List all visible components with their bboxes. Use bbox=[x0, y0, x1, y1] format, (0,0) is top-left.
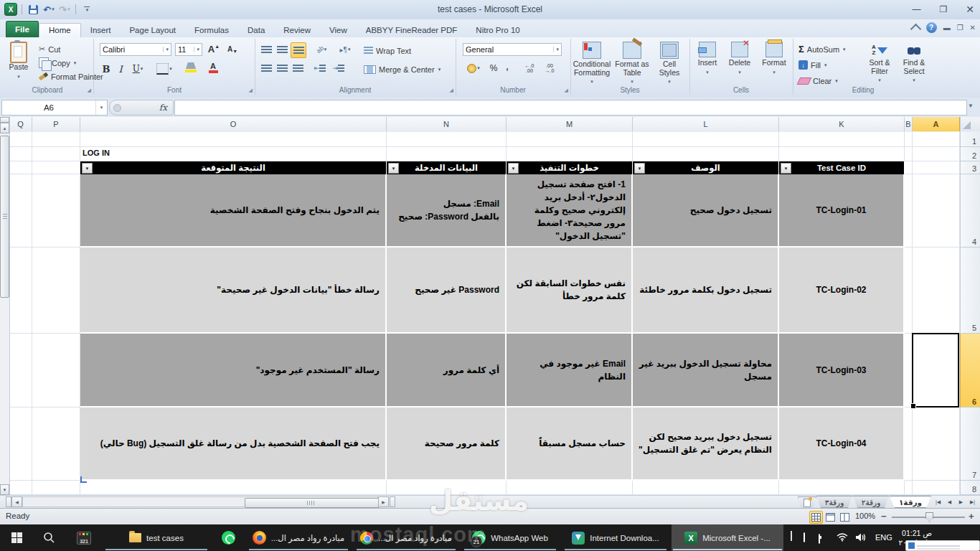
vertical-scroll-thumb[interactable] bbox=[0, 136, 9, 298]
insert-cells-button[interactable]: Insert▾ bbox=[692, 42, 722, 76]
table-cell-desc[interactable]: محاولة تسجيل الدخول ببريد غير مسجل bbox=[633, 334, 779, 408]
align-bottom-button[interactable] bbox=[291, 42, 306, 58]
table-cell-expected[interactable]: يجب فتح الصفحة الشخصية بدل من رسالة غلق … bbox=[80, 408, 387, 481]
workbook-minimize-icon[interactable]: ▬ bbox=[943, 24, 951, 32]
conditional-formatting-button[interactable]: Conditional Formatting▾ bbox=[572, 42, 612, 86]
formula-input[interactable] bbox=[174, 100, 967, 116]
table-corner-handle[interactable] bbox=[80, 476, 87, 483]
cell[interactable] bbox=[507, 147, 633, 161]
start-button[interactable] bbox=[0, 524, 33, 551]
cell[interactable] bbox=[9, 334, 32, 408]
cell[interactable] bbox=[779, 147, 905, 161]
clear-button[interactable]: Clear▾ bbox=[798, 75, 838, 87]
explorer-button[interactable]: test cases bbox=[102, 524, 211, 551]
tray-chevron-icon[interactable] bbox=[791, 532, 792, 541]
cell[interactable] bbox=[905, 408, 913, 481]
tab-formulas[interactable]: Formulas bbox=[185, 24, 238, 37]
cell[interactable] bbox=[905, 481, 913, 495]
next-sheet-icon[interactable]: ▶ bbox=[956, 497, 966, 507]
cell[interactable] bbox=[80, 132, 387, 147]
find-select-button[interactable]: Find & Select▾ bbox=[897, 42, 930, 85]
table-cell-steps[interactable]: حساب مسجل مسبقاً bbox=[507, 408, 633, 481]
table-cell-input[interactable]: أي كلمة مرور bbox=[387, 334, 507, 408]
column-header-M[interactable]: M bbox=[507, 117, 633, 131]
cell[interactable] bbox=[9, 248, 32, 334]
cell[interactable] bbox=[913, 408, 960, 481]
align-top-button[interactable] bbox=[259, 42, 273, 57]
cell[interactable] bbox=[905, 147, 913, 161]
cell[interactable] bbox=[387, 147, 507, 161]
restore-icon[interactable]: ❐ bbox=[940, 4, 948, 14]
cell[interactable] bbox=[507, 132, 633, 147]
table-cell-input[interactable]: Password غير صحيح bbox=[387, 248, 507, 334]
cell-styles-button[interactable]: Cell Styles▾ bbox=[652, 42, 687, 86]
cell[interactable] bbox=[913, 132, 960, 147]
row-header-4[interactable]: 4 bbox=[960, 174, 980, 248]
borders-button[interactable]: ▾ bbox=[154, 62, 174, 76]
tab-review[interactable]: Review bbox=[274, 24, 320, 37]
row-header-3[interactable]: 3 bbox=[960, 161, 980, 174]
sheet-tab-1-active[interactable]: ورقة١ bbox=[890, 496, 931, 508]
dialog-launcher-icon[interactable]: ◢ bbox=[88, 88, 91, 93]
accounting-format-button[interactable]: ▾ bbox=[463, 61, 484, 75]
previous-sheet-icon[interactable]: ◀ bbox=[944, 497, 955, 507]
cell[interactable] bbox=[80, 481, 387, 495]
page-layout-view-button[interactable] bbox=[824, 511, 837, 524]
table-cell-expected[interactable]: رسالة خطأ "بيانات الدخول غير صحيحة" bbox=[80, 248, 387, 334]
cell[interactable] bbox=[32, 248, 80, 334]
cell[interactable] bbox=[913, 161, 960, 174]
table-cell-desc[interactable]: تسجيل دخول ببريد صحيح لكن النظام يعرض "ت… bbox=[633, 408, 779, 481]
cell[interactable] bbox=[913, 248, 960, 334]
battery-icon[interactable] bbox=[819, 534, 820, 543]
grow-font-button[interactable]: A▲ bbox=[206, 42, 222, 56]
cell[interactable] bbox=[913, 147, 960, 161]
last-sheet-icon[interactable]: ▶| bbox=[967, 497, 978, 507]
tab-view[interactable]: View bbox=[320, 24, 357, 37]
wifi-icon[interactable] bbox=[837, 532, 848, 543]
help-icon[interactable]: ? bbox=[926, 22, 937, 33]
underline-button[interactable]: U▾ bbox=[128, 62, 147, 76]
cell[interactable] bbox=[9, 147, 32, 161]
minimize-icon[interactable]: — bbox=[913, 4, 921, 14]
zoom-slider-thumb[interactable] bbox=[925, 512, 933, 522]
table-cell-id[interactable]: TC-Login-04 bbox=[779, 408, 905, 481]
cell[interactable] bbox=[32, 147, 80, 161]
cell[interactable] bbox=[32, 408, 80, 481]
cell[interactable] bbox=[80, 147, 387, 161]
cell-note-login[interactable]: LOG IN bbox=[83, 149, 110, 157]
column-header-L[interactable]: L bbox=[633, 117, 779, 131]
sheet-tab-2[interactable]: ورقة٢ bbox=[853, 496, 889, 508]
orientation-button[interactable]: ab▾ bbox=[312, 42, 331, 57]
cell[interactable] bbox=[32, 161, 80, 174]
cell[interactable] bbox=[9, 132, 32, 147]
table-header-cell[interactable]: ▼البيانات المدخلة bbox=[387, 161, 507, 174]
idm-button[interactable]: Internet Downloa... bbox=[561, 524, 670, 551]
column-header-P[interactable]: P bbox=[32, 117, 80, 131]
cell[interactable] bbox=[905, 132, 913, 147]
row-header-7[interactable]: 7 bbox=[960, 408, 980, 481]
cell[interactable] bbox=[779, 481, 905, 495]
number-format-combo[interactable]: General▾ bbox=[463, 43, 562, 56]
row-header-8[interactable]: 8 bbox=[960, 481, 980, 495]
name-box[interactable]: A6▾ bbox=[1, 100, 108, 116]
table-cell-id[interactable]: TC-Login-02 bbox=[779, 248, 905, 334]
cell[interactable] bbox=[913, 481, 960, 495]
workbook-restore-icon[interactable]: ❐ bbox=[957, 24, 963, 32]
zoom-level[interactable]: 100% bbox=[855, 512, 875, 520]
fill-handle[interactable] bbox=[910, 403, 916, 409]
fill-button[interactable]: ↓Fill▾ bbox=[798, 59, 827, 71]
tablet-mode-icon[interactable] bbox=[804, 533, 805, 542]
horizontal-scroll-thumb[interactable] bbox=[245, 498, 380, 508]
zoom-out-icon[interactable]: − bbox=[881, 511, 887, 522]
scroll-right-icon[interactable]: ▶ bbox=[378, 496, 389, 507]
cell[interactable] bbox=[9, 408, 32, 481]
table-cell-id[interactable]: TC-Login-03 bbox=[779, 334, 905, 408]
table-header-cell[interactable]: ▼Test Case ID bbox=[779, 161, 905, 174]
font-color-button[interactable]: A bbox=[203, 60, 223, 75]
cell[interactable] bbox=[633, 481, 779, 495]
decrease-decimal-button[interactable]: .00 →.0 bbox=[540, 61, 559, 75]
cell[interactable] bbox=[32, 174, 80, 248]
align-right-button[interactable] bbox=[291, 61, 305, 75]
align-center-button[interactable] bbox=[275, 61, 289, 75]
shrink-font-button[interactable]: A▼ bbox=[225, 42, 240, 56]
